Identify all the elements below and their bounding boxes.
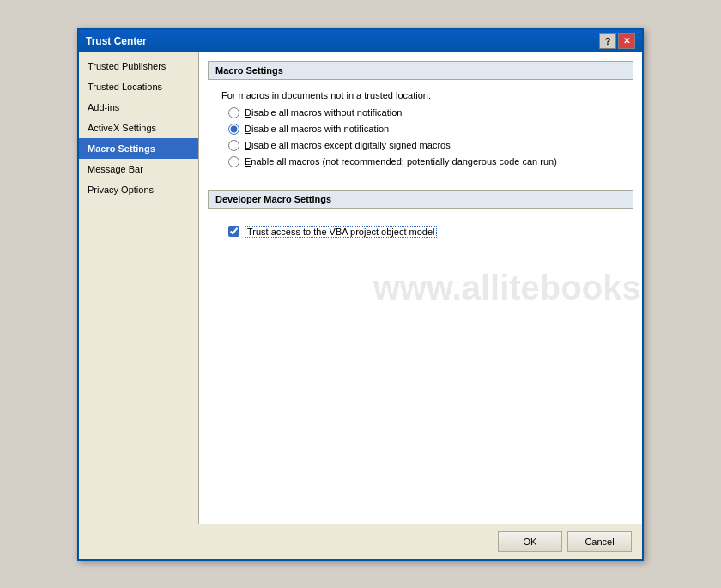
vba-access-checkbox[interactable] <box>228 226 239 237</box>
developer-macro-header: Developer Macro Settings <box>208 190 633 209</box>
dialog-footer: OK Cancel <box>79 524 642 559</box>
radio-disable-no-notify-input[interactable] <box>228 107 239 118</box>
sidebar-item-activex-settings[interactable]: ActiveX Settings <box>79 118 198 138</box>
sidebar-item-message-bar[interactable]: Message Bar <box>79 159 198 179</box>
radio-disable-no-notify[interactable]: Disable all macros without notification <box>228 107 620 118</box>
radio-disable-notify-label: Disable all macros with notification <box>245 124 389 134</box>
sidebar-item-add-ins[interactable]: Add-ins <box>79 97 198 118</box>
macro-radio-group: Disable all macros without notification … <box>221 107 620 167</box>
sidebar-item-trusted-locations[interactable]: Trusted Locations <box>79 76 198 97</box>
dialog-body: Trusted Publishers Trusted Locations Add… <box>79 52 642 524</box>
vba-access-label: Trust access to the VBA project object m… <box>245 226 437 238</box>
sidebar: Trusted Publishers Trusted Locations Add… <box>79 52 199 524</box>
radio-disable-except-signed-input[interactable] <box>228 140 239 151</box>
sidebar-item-trusted-publishers[interactable]: Trusted Publishers <box>79 56 198 76</box>
content-area: Macro Settings For macros in documents n… <box>199 52 642 524</box>
sidebar-item-privacy-options[interactable]: Privacy Options <box>79 179 198 200</box>
radio-disable-notify[interactable]: Disable all macros with notification <box>228 124 620 135</box>
ok-button[interactable]: OK <box>498 531 562 552</box>
cancel-button[interactable]: Cancel <box>567 531 632 552</box>
sidebar-item-macro-settings[interactable]: Macro Settings <box>79 138 198 159</box>
radio-enable-all-input[interactable] <box>228 156 239 167</box>
watermark: www.allitebooks.com <box>373 264 642 312</box>
main-content: Macro Settings For macros in documents n… <box>199 52 642 524</box>
radio-enable-all[interactable]: Enable all macros (not recommended; pote… <box>228 156 620 167</box>
developer-macro-section: Developer Macro Settings Trust access to… <box>208 190 633 248</box>
title-bar-buttons: ? ✕ <box>599 33 635 49</box>
radio-disable-notify-input[interactable] <box>228 124 239 135</box>
radio-disable-except-signed[interactable]: Disable all macros except digitally sign… <box>228 140 620 151</box>
dialog-title: Trust Center <box>86 35 147 47</box>
radio-disable-no-notify-label: Disable all macros without notification <box>245 107 402 118</box>
vba-access-checkbox-item[interactable]: Trust access to the VBA project object m… <box>221 226 620 238</box>
radio-enable-all-label: Enable all macros (not recommended; pote… <box>245 156 557 167</box>
trust-center-dialog: Trust Center ? ✕ Trusted Publishers Trus… <box>77 28 644 561</box>
macro-settings-description: For macros in documents not in a trusted… <box>221 90 620 100</box>
close-button[interactable]: ✕ <box>618 33 635 49</box>
title-bar: Trust Center ? ✕ <box>79 30 642 52</box>
radio-disable-except-signed-label: Disable all macros except digitally sign… <box>245 140 451 150</box>
developer-macro-body: Trust access to the VBA project object m… <box>208 215 633 248</box>
macro-settings-body: For macros in documents not in a trusted… <box>208 87 633 178</box>
macro-settings-header: Macro Settings <box>208 61 633 80</box>
help-button[interactable]: ? <box>599 33 616 49</box>
